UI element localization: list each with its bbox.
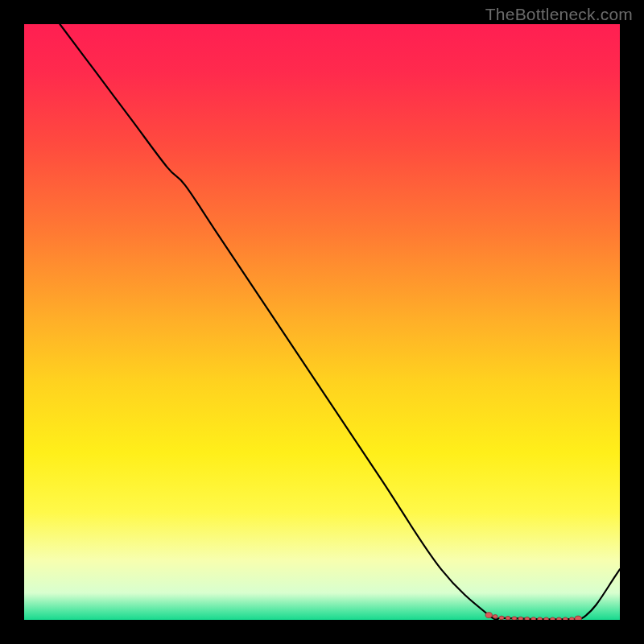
gradient-background <box>24 24 620 620</box>
watermark-text: TheBottleneck.com <box>485 5 633 24</box>
optimal-dot <box>569 617 574 620</box>
chart-stage: TheBottleneck.com <box>0 0 644 644</box>
optimal-dot <box>518 617 523 620</box>
optimal-dot <box>538 617 543 620</box>
optimal-dot <box>556 617 561 620</box>
optimal-dot <box>485 613 492 618</box>
chart-svg <box>24 24 620 620</box>
optimal-dot <box>506 617 510 620</box>
optimal-dot <box>525 617 530 620</box>
optimal-dot <box>512 617 517 620</box>
chart-plot-area <box>24 24 620 620</box>
optimal-dot <box>544 617 549 620</box>
optimal-dot <box>499 616 504 620</box>
optimal-dot <box>550 617 555 620</box>
optimal-dot <box>575 616 581 620</box>
optimal-dot <box>531 617 536 620</box>
optimal-dot <box>493 615 497 619</box>
optimal-dot <box>563 617 568 620</box>
